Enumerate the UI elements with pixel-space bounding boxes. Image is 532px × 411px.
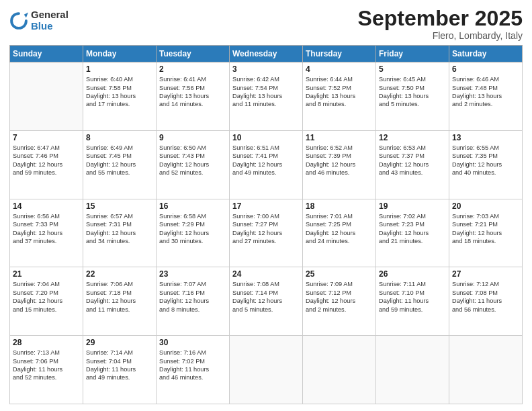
col-monday: Monday [83,46,157,62]
day-number: 12 [379,133,446,142]
table-row: 29Sunrise: 7:14 AMSunset: 7:04 PMDayligh… [83,336,157,404]
day-number: 4 [306,64,373,74]
cell-daylight-info: Sunrise: 6:40 AMSunset: 7:58 PMDaylight:… [86,75,153,109]
day-number: 8 [86,133,153,142]
table-row: 9Sunrise: 6:50 AMSunset: 7:43 PMDaylight… [157,130,230,199]
logo: General Blue [9,9,69,32]
table-row [449,336,523,404]
cell-daylight-info: Sunrise: 6:41 AMSunset: 7:56 PMDaylight:… [159,75,226,109]
cell-daylight-info: Sunrise: 7:11 AMSunset: 7:10 PMDaylight:… [379,280,446,314]
table-row: 25Sunrise: 7:09 AMSunset: 7:12 PMDayligh… [303,267,376,336]
day-number: 22 [86,269,153,279]
calendar-week-row: 21Sunrise: 7:04 AMSunset: 7:20 PMDayligh… [10,267,523,336]
table-row: 2Sunrise: 6:41 AMSunset: 7:56 PMDaylight… [157,62,230,131]
cell-daylight-info: Sunrise: 7:00 AMSunset: 7:27 PMDaylight:… [232,212,300,246]
table-row: 26Sunrise: 7:11 AMSunset: 7:10 PMDayligh… [376,267,449,336]
table-row [303,336,376,404]
col-friday: Friday [376,46,449,62]
day-number: 23 [159,269,226,279]
col-saturday: Saturday [449,46,523,62]
table-row [230,336,303,404]
table-row: 11Sunrise: 6:52 AMSunset: 7:39 PMDayligh… [303,130,376,199]
cell-daylight-info: Sunrise: 6:45 AMSunset: 7:50 PMDaylight:… [379,75,446,109]
table-row: 4Sunrise: 6:44 AMSunset: 7:52 PMDaylight… [303,62,376,131]
cell-daylight-info: Sunrise: 6:50 AMSunset: 7:43 PMDaylight:… [159,144,226,177]
cell-daylight-info: Sunrise: 7:09 AMSunset: 7:12 PMDaylight:… [306,280,373,314]
cell-daylight-info: Sunrise: 7:07 AMSunset: 7:16 PMDaylight:… [159,280,226,314]
table-row: 18Sunrise: 7:01 AMSunset: 7:25 PMDayligh… [303,199,376,267]
day-number: 11 [306,133,373,142]
day-number: 1 [86,64,153,74]
col-tuesday: Tuesday [157,46,230,62]
location: Flero, Lombardy, Italy [358,30,523,41]
table-row: 14Sunrise: 6:56 AMSunset: 7:33 PMDayligh… [10,199,83,267]
table-row: 19Sunrise: 7:02 AMSunset: 7:23 PMDayligh… [376,199,449,267]
calendar-week-row: 14Sunrise: 6:56 AMSunset: 7:33 PMDayligh… [10,199,523,267]
logo-general-text: General [31,9,69,21]
cell-daylight-info: Sunrise: 7:03 AMSunset: 7:21 PMDaylight:… [452,212,519,246]
day-number: 20 [452,201,519,211]
day-number: 9 [159,133,226,142]
cell-daylight-info: Sunrise: 7:13 AMSunset: 7:06 PMDaylight:… [13,349,80,382]
day-number: 29 [86,338,153,347]
table-row: 6Sunrise: 6:46 AMSunset: 7:48 PMDaylight… [449,62,523,131]
table-row [10,62,83,131]
cell-daylight-info: Sunrise: 6:46 AMSunset: 7:48 PMDaylight:… [452,75,519,109]
table-row: 13Sunrise: 6:55 AMSunset: 7:35 PMDayligh… [449,130,523,199]
day-number: 26 [379,269,446,279]
table-row: 24Sunrise: 7:08 AMSunset: 7:14 PMDayligh… [230,267,303,336]
table-row: 21Sunrise: 7:04 AMSunset: 7:20 PMDayligh… [10,267,83,336]
day-number: 15 [86,201,153,211]
cell-daylight-info: Sunrise: 6:42 AMSunset: 7:54 PMDaylight:… [232,75,300,109]
day-number: 10 [232,133,300,142]
day-number: 19 [379,201,446,211]
cell-daylight-info: Sunrise: 7:04 AMSunset: 7:20 PMDaylight:… [13,280,80,314]
day-number: 24 [232,269,300,279]
cell-daylight-info: Sunrise: 7:06 AMSunset: 7:18 PMDaylight:… [86,280,153,314]
day-number: 21 [13,269,80,279]
table-row: 1Sunrise: 6:40 AMSunset: 7:58 PMDaylight… [83,62,157,131]
cell-daylight-info: Sunrise: 6:53 AMSunset: 7:37 PMDaylight:… [379,144,446,177]
cell-daylight-info: Sunrise: 6:47 AMSunset: 7:46 PMDaylight:… [13,144,80,177]
cell-daylight-info: Sunrise: 7:14 AMSunset: 7:04 PMDaylight:… [86,349,153,382]
day-number: 25 [306,269,373,279]
calendar-week-row: 1Sunrise: 6:40 AMSunset: 7:58 PMDaylight… [10,62,523,131]
table-row: 16Sunrise: 6:58 AMSunset: 7:29 PMDayligh… [157,199,230,267]
title-block: September 2025 Flero, Lombardy, Italy [358,7,523,41]
day-number: 13 [452,133,519,142]
cell-daylight-info: Sunrise: 6:57 AMSunset: 7:31 PMDaylight:… [86,212,153,246]
table-row: 17Sunrise: 7:00 AMSunset: 7:27 PMDayligh… [230,199,303,267]
calendar-header-row: Sunday Monday Tuesday Wednesday Thursday… [10,46,523,62]
table-row: 23Sunrise: 7:07 AMSunset: 7:16 PMDayligh… [157,267,230,336]
day-number: 28 [13,338,80,347]
day-number: 5 [379,64,446,74]
day-number: 27 [452,269,519,279]
table-row: 22Sunrise: 7:06 AMSunset: 7:18 PMDayligh… [83,267,157,336]
table-row: 12Sunrise: 6:53 AMSunset: 7:37 PMDayligh… [376,130,449,199]
day-number: 30 [159,338,226,347]
header: General Blue September 2025 Flero, Lomba… [9,7,523,41]
table-row [376,336,449,404]
day-number: 7 [13,133,80,142]
calendar-table: Sunday Monday Tuesday Wednesday Thursday… [9,45,523,404]
day-number: 14 [13,201,80,211]
cell-daylight-info: Sunrise: 6:51 AMSunset: 7:41 PMDaylight:… [232,144,300,177]
day-number: 3 [232,64,300,74]
logo-icon [9,11,28,30]
cell-daylight-info: Sunrise: 7:01 AMSunset: 7:25 PMDaylight:… [306,212,373,246]
cell-daylight-info: Sunrise: 6:58 AMSunset: 7:29 PMDaylight:… [159,212,226,246]
day-number: 16 [159,201,226,211]
day-number: 17 [232,201,300,211]
logo-blue-text: Blue [31,21,69,32]
month-title: September 2025 [358,7,523,30]
table-row: 28Sunrise: 7:13 AMSunset: 7:06 PMDayligh… [10,336,83,404]
cell-daylight-info: Sunrise: 6:52 AMSunset: 7:39 PMDaylight:… [306,144,373,177]
table-row: 27Sunrise: 7:12 AMSunset: 7:08 PMDayligh… [449,267,523,336]
col-thursday: Thursday [303,46,376,62]
cell-daylight-info: Sunrise: 7:16 AMSunset: 7:02 PMDaylight:… [159,349,226,382]
table-row: 20Sunrise: 7:03 AMSunset: 7:21 PMDayligh… [449,199,523,267]
cell-daylight-info: Sunrise: 6:56 AMSunset: 7:33 PMDaylight:… [13,212,80,246]
col-wednesday: Wednesday [230,46,303,62]
day-number: 18 [306,201,373,211]
cell-daylight-info: Sunrise: 7:08 AMSunset: 7:14 PMDaylight:… [232,280,300,314]
